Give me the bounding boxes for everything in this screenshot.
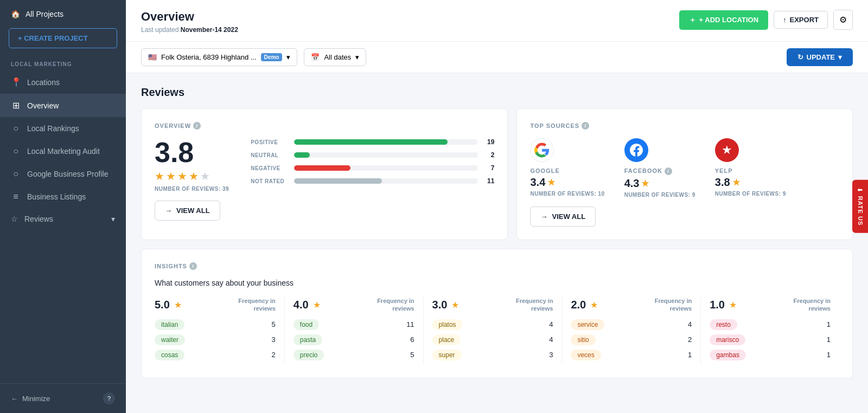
rate-us-tab[interactable]: ⬇ RATE US xyxy=(852,180,868,233)
sidebar-item-label: Local Rankings xyxy=(27,124,79,133)
insight-count: 4 xyxy=(549,335,553,344)
plus-icon: ＋ xyxy=(689,15,696,25)
sources-view-all-button[interactable]: → VIEW ALL xyxy=(530,206,596,227)
source-name: FACEBOOK i xyxy=(624,167,672,175)
bar-row-neutral: NEUTRAL 2 xyxy=(251,151,494,159)
insight-count: 1 xyxy=(827,320,831,328)
insight-tag: service xyxy=(571,319,604,330)
insights-col-0: 5.0 ★ Frequency inreviews italian 5 wait… xyxy=(155,297,285,365)
insight-count: 3 xyxy=(272,335,276,344)
add-location-button[interactable]: ＋ + ADD LOCATION xyxy=(679,10,768,30)
bar-label: NOT RATED xyxy=(251,178,289,184)
insights-freq-header: Frequency inreviews xyxy=(655,297,692,313)
sidebar-item-label: Locations xyxy=(27,78,60,87)
demo-badge: Demo xyxy=(261,53,283,61)
update-button[interactable]: ↻ UPDATE ▾ xyxy=(787,48,853,66)
star-5: ★ xyxy=(200,170,210,183)
rate-us-icon: ⬇ xyxy=(857,188,864,193)
bar-fill xyxy=(294,152,310,158)
sidebar-section-label: LOCAL MARKETING xyxy=(0,57,126,70)
insight-count: 1 xyxy=(688,351,692,359)
yelp-logo: ★ xyxy=(715,138,739,162)
insight-tag: sitio xyxy=(571,334,595,345)
insight-count: 5 xyxy=(272,320,276,328)
insight-tag: waiter xyxy=(155,334,185,345)
num-reviews-label: NUMBER OF REVIEWS: 39 xyxy=(155,186,229,192)
bar-label: POSITIVE xyxy=(251,139,289,145)
date-dropdown[interactable]: 📅 All dates ▾ xyxy=(304,48,366,66)
sidebar-item-reviews[interactable]: ☆ Reviews ▾ xyxy=(0,208,126,230)
sidebar-item-local-marketing-audit[interactable]: ○ Local Marketing Audit xyxy=(0,140,126,163)
overview-content: 3.8 ★ ★ ★ ★ ★ NUMBER OF REVIEWS: 39 POSI… xyxy=(155,138,494,192)
insight-tag: veces xyxy=(571,350,601,360)
insights-label: INSIGHTS i xyxy=(155,262,839,270)
header: Overview Last updated November-14 2022 ＋… xyxy=(126,0,868,42)
audit-icon: ○ xyxy=(11,146,21,156)
source-reviews: NUMBER OF REVIEWS: 9 xyxy=(715,191,786,197)
main-content: Overview Last updated November-14 2022 ＋… xyxy=(126,0,868,413)
sidebar-item-overview[interactable]: ⊞ Overview xyxy=(0,94,126,117)
bar-fill xyxy=(294,165,350,171)
insight-count: 1 xyxy=(827,351,831,359)
insights-col-header: 4.0 ★ Frequency inreviews xyxy=(293,297,414,313)
create-project-label: + CREATE PROJECT xyxy=(18,34,88,42)
bar-track xyxy=(294,178,478,184)
insight-count: 4 xyxy=(688,320,692,328)
overview-view-all-button[interactable]: → VIEW ALL xyxy=(155,201,220,221)
insights-col-header: 1.0 ★ Frequency inreviews xyxy=(710,297,831,313)
insights-row: sitio 2 xyxy=(571,334,692,345)
minimize-button[interactable]: ← Minimize xyxy=(11,395,50,403)
insights-info-icon[interactable]: i xyxy=(189,262,197,270)
insight-count: 2 xyxy=(688,335,692,344)
insight-tag: super xyxy=(432,350,462,360)
insight-count: 2 xyxy=(272,351,276,359)
insights-rating: 4.0 xyxy=(293,299,309,311)
source-item-yelp: ★ YELP 3.8 ★ NUMBER OF REVIEWS: 9 xyxy=(715,138,786,197)
sidebar-item-local-rankings[interactable]: ○ Local Rankings xyxy=(0,117,126,140)
locations-icon: 📍 xyxy=(11,77,21,87)
sidebar-item-label: Local Marketing Audit xyxy=(27,147,100,156)
insight-tag: platos xyxy=(432,319,463,330)
flag-icon: 🇺🇸 xyxy=(148,53,157,61)
insights-rating: 2.0 xyxy=(571,299,586,311)
sidebar-item-locations[interactable]: 📍 Locations xyxy=(0,70,126,94)
insights-rating: 5.0 xyxy=(155,299,170,311)
source-item-google: GOOGLE 3.4 ★ NUMBER OF REVIEWS: 10 xyxy=(530,138,604,197)
bar-fill xyxy=(294,178,381,184)
source-rating: 3.8 ★ xyxy=(715,176,740,189)
sidebar-item-label: Overview xyxy=(27,101,59,110)
insights-row: service 4 xyxy=(571,319,692,330)
sidebar-item-label: Business Listings xyxy=(27,192,86,201)
arrow-right-icon: → xyxy=(165,206,172,215)
insights-row: super 3 xyxy=(432,350,553,360)
insights-row: cosas 2 xyxy=(155,350,276,360)
gear-icon: ⚙ xyxy=(839,15,847,24)
rating-stars: ★ ★ ★ ★ ★ xyxy=(155,170,229,183)
insights-star: ★ xyxy=(313,300,321,310)
location-dropdown[interactable]: 🇺🇸 Folk Osteria, 6839 Highland ... Demo … xyxy=(141,48,297,66)
cards-row: OVERVIEW i 3.8 ★ ★ ★ ★ ★ NUMBER OF REVIE… xyxy=(141,108,853,240)
source-name: GOOGLE xyxy=(530,167,559,174)
sidebar-item-business-listings[interactable]: ≡ Business Listings xyxy=(0,185,126,208)
sidebar-all-projects[interactable]: 🏠 All Projects xyxy=(0,0,126,28)
export-button[interactable]: ↑ EXPORT xyxy=(774,11,828,29)
source-star: ★ xyxy=(732,177,740,188)
refresh-icon: ↻ xyxy=(797,53,803,61)
rating-value: 3.8 xyxy=(155,138,229,166)
create-project-button[interactable]: + CREATE PROJECT xyxy=(9,28,117,48)
source-star: ★ xyxy=(547,177,555,188)
overview-info-icon[interactable]: i xyxy=(193,122,201,130)
reviews-icon: ☆ xyxy=(11,215,18,223)
sidebar-item-google-business-profile[interactable]: ○ Google Business Profile xyxy=(0,163,126,185)
all-projects-label: All Projects xyxy=(25,10,63,18)
insights-row: resto 1 xyxy=(710,319,831,330)
star-1: ★ xyxy=(155,170,164,183)
help-icon[interactable]: ? xyxy=(103,392,115,404)
fb-info[interactable]: i xyxy=(665,167,672,175)
insights-row: food 11 xyxy=(293,319,414,330)
insights-rating: 1.0 xyxy=(710,299,725,311)
settings-button[interactable]: ⚙ xyxy=(833,10,853,30)
minimize-arrow-icon: ← xyxy=(11,395,18,403)
insights-row: waiter 3 xyxy=(155,334,276,345)
top-sources-info-icon[interactable]: i xyxy=(582,122,589,130)
